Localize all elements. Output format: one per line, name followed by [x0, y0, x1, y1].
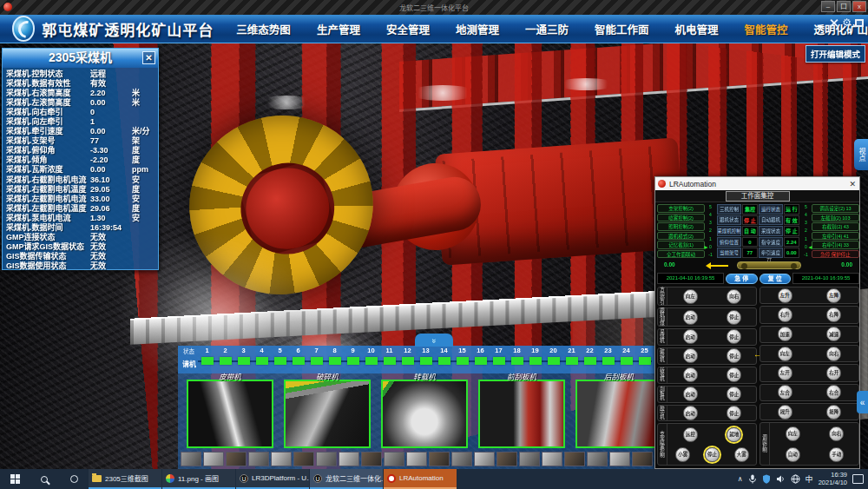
lra-function-button[interactable]: 记忆截割(1): [657, 241, 705, 249]
control-button[interactable]: 减速: [826, 327, 841, 341]
control-button[interactable]: 停止: [705, 447, 720, 462]
control-button[interactable]: 启动: [683, 348, 698, 363]
channel-indicator[interactable]: 6: [289, 347, 307, 365]
notification-center-icon[interactable]: [852, 474, 864, 484]
control-button[interactable]: 左开: [778, 366, 792, 380]
control-button[interactable]: 停止: [727, 348, 741, 363]
clock[interactable]: 16:39 2021/4/10: [819, 472, 847, 486]
control-button[interactable]: 远控: [683, 427, 698, 442]
taskbar-item[interactable]: 11.png - 画图: [162, 469, 235, 489]
control-button[interactable]: 左合: [778, 385, 792, 400]
lra-function-button[interactable]: 右截割(2) 43: [812, 222, 859, 231]
filmstrip-thumbnail[interactable]: [542, 452, 562, 466]
channel-indicator[interactable]: 5: [271, 347, 289, 365]
lra-function-button[interactable]: 左牵引(4) 41: [812, 232, 859, 241]
control-button[interactable]: 停止: [727, 367, 741, 382]
control-button[interactable]: 启动: [683, 310, 698, 325]
control-button[interactable]: 向右: [829, 426, 844, 441]
speaker-icon[interactable]: [776, 474, 786, 484]
viewpoint-tab[interactable]: 视点: [854, 139, 868, 170]
channel-indicator[interactable]: 7: [307, 347, 326, 365]
camera-thumbnail[interactable]: 皮带机: [187, 380, 273, 448]
filmstrip-thumbnail[interactable]: [429, 452, 450, 466]
channel-indicator[interactable]: 20: [544, 347, 562, 365]
control-button[interactable]: 摇升: [778, 405, 792, 420]
camera-thumbnail[interactable]: 后刮板机: [575, 380, 662, 448]
filmstrip-thumbnail[interactable]: [632, 452, 653, 466]
security-shield-icon[interactable]: [762, 474, 771, 484]
filmstrip-thumbnail[interactable]: [226, 452, 247, 466]
control-button[interactable]: 自动: [786, 447, 800, 462]
lra-function-button[interactable]: 跟机模式(2): [657, 232, 705, 241]
lra-estop-status-button[interactable]: 急停 保护停止: [812, 250, 859, 259]
search-icon[interactable]: [30, 469, 59, 489]
cortana-icon[interactable]: [59, 469, 89, 489]
control-button[interactable]: 启动: [683, 329, 698, 344]
lra-function-button[interactable]: 喷雾控制(2): [657, 214, 705, 222]
lra-function-button[interactable]: 全工作面联动: [657, 250, 705, 259]
control-button[interactable]: 右开: [826, 366, 841, 380]
nav-item[interactable]: 地测管理: [456, 21, 499, 37]
control-button[interactable]: 向左: [786, 426, 800, 441]
control-button[interactable]: 启动: [683, 367, 698, 382]
taskbar-item[interactable]: 2305三维截图: [89, 469, 161, 489]
channel-indicator[interactable]: 8: [326, 347, 344, 365]
channel-indicator[interactable]: 3: [234, 347, 253, 365]
channel-indicator[interactable]: 22: [581, 347, 599, 365]
channel-indicator[interactable]: 15: [453, 347, 471, 365]
close-button[interactable]: x: [852, 1, 866, 12]
control-button[interactable]: 停止: [727, 387, 741, 401]
control-button[interactable]: 停止: [727, 310, 741, 325]
filmstrip-thumbnail[interactable]: [316, 452, 337, 466]
control-button[interactable]: 停止: [727, 406, 741, 420]
nav-item[interactable]: 机电管理: [674, 21, 718, 37]
lra-function-button[interactable]: 支架控制(2): [657, 204, 705, 213]
control-button[interactable]: 加速: [778, 327, 792, 341]
channel-indicator[interactable]: 19: [526, 347, 544, 365]
filmstrip-thumbnail[interactable]: [248, 452, 269, 466]
nav-item[interactable]: 安全管理: [386, 21, 430, 37]
control-button[interactable]: 小雾: [675, 447, 690, 462]
ime-indicator[interactable]: 中: [806, 473, 813, 485]
filmstrip-thumbnail[interactable]: [564, 452, 585, 466]
channel-indicator[interactable]: 2: [216, 347, 234, 365]
window-icon[interactable]: [855, 19, 864, 27]
hidden-icons-caret-icon[interactable]: ∧: [738, 475, 743, 483]
taskbar-item[interactable]: U龙软二三维一体化...: [310, 469, 383, 489]
taskbar-item[interactable]: LRAutomation: [384, 469, 457, 489]
filmstrip-thumbnail[interactable]: [271, 452, 292, 466]
channel-indicator[interactable]: 11: [380, 347, 398, 365]
camera-thumbnail[interactable]: 破碎机: [284, 380, 371, 448]
control-button[interactable]: 左升: [778, 288, 792, 303]
collapse-panel-icon[interactable]: «: [857, 391, 868, 413]
filmstrip-thumbnail[interactable]: [181, 452, 201, 466]
nav-item[interactable]: 三维态势图: [236, 21, 291, 37]
filmstrip-thumbnail[interactable]: [474, 452, 495, 466]
control-button[interactable]: 停止: [727, 329, 741, 344]
nav-item[interactable]: 智能管控: [744, 21, 787, 37]
filmstrip-thumbnail[interactable]: [609, 452, 630, 466]
nav-item[interactable]: 一通三防: [525, 21, 569, 37]
filmstrip-thumbnail[interactable]: [587, 452, 608, 466]
lra-function-button[interactable]: 照明控制(2): [657, 222, 705, 231]
camera-thumbnail[interactable]: 前刮板机: [478, 380, 565, 448]
control-button[interactable]: 向左: [683, 289, 698, 304]
channel-indicator[interactable]: 10: [362, 347, 380, 365]
filmstrip-thumbnail[interactable]: [203, 452, 224, 466]
filmstrip-thumbnail[interactable]: [339, 452, 359, 466]
control-button[interactable]: 就地: [727, 427, 741, 442]
channel-indicator[interactable]: 21: [562, 347, 581, 365]
lra-function-button[interactable]: 左截割(2) 103: [812, 214, 859, 222]
maximize-button[interactable]: 口: [837, 1, 851, 12]
filmstrip-thumbnail[interactable]: [496, 452, 517, 466]
control-button[interactable]: 启动: [683, 387, 698, 401]
nav-item[interactable]: 智能工作面: [595, 21, 649, 37]
microphone-icon[interactable]: [748, 474, 757, 484]
minimize-button[interactable]: –: [821, 1, 835, 12]
filmstrip-thumbnail[interactable]: [406, 452, 427, 466]
lra-function-button[interactable]: 调高设定(2) 13: [812, 204, 859, 213]
filmstrip-thumbnail[interactable]: [451, 452, 472, 466]
filmstrip-thumbnail[interactable]: [293, 452, 314, 466]
lra-close-icon[interactable]: ✕: [849, 180, 856, 188]
channel-indicator[interactable]: 12: [398, 347, 417, 365]
